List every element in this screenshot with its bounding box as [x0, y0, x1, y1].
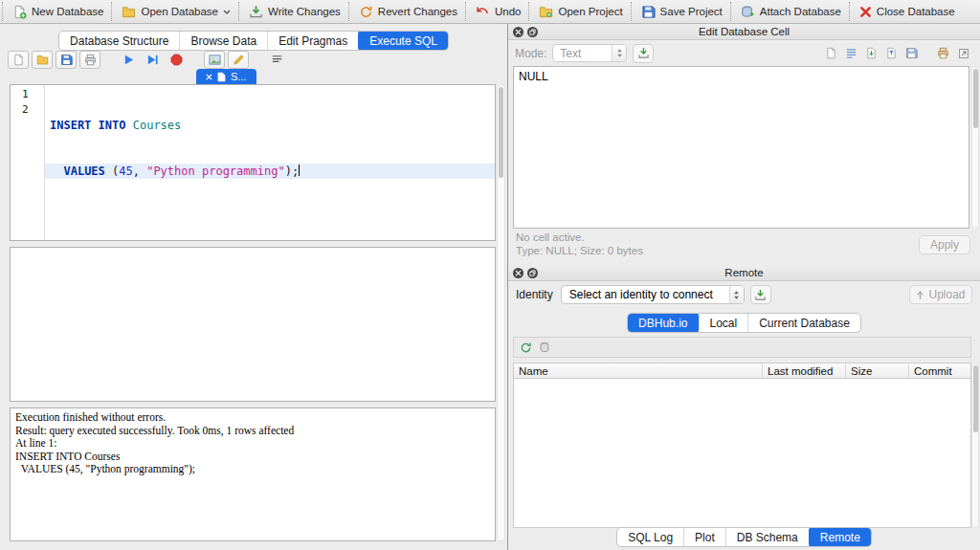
apply-label: Apply	[930, 238, 959, 252]
clone-database-icon[interactable]	[539, 341, 550, 353]
expand-panel-button[interactable]	[953, 44, 973, 62]
stop-execution-button[interactable]	[166, 51, 187, 69]
tab-execute-sql[interactable]: Execute SQL	[358, 31, 449, 51]
tab-remote[interactable]: Remote	[809, 527, 872, 547]
print-sql-button[interactable]	[79, 51, 100, 69]
results-grid	[10, 247, 496, 402]
close-database-button[interactable]: Close Database	[849, 2, 963, 21]
text-lines-icon	[271, 54, 283, 66]
save-project-label: Save Project	[660, 6, 723, 17]
main-toolbar: New Database Open Database Write Changes…	[0, 0, 980, 24]
sql-tab[interactable]: S...	[196, 69, 256, 84]
column-header-last-modified[interactable]: Last modified	[763, 363, 846, 378]
tab-db-schema[interactable]: DB Schema	[726, 528, 810, 546]
file-export-icon	[885, 47, 898, 59]
column-header-commit[interactable]: Commit	[909, 363, 970, 378]
new-database-button[interactable]: New Database	[2, 2, 111, 21]
float-panel-icon[interactable]	[527, 268, 538, 278]
printer-icon	[84, 54, 97, 66]
revert-changes-button[interactable]: Revert Changes	[348, 2, 465, 21]
scrollbar-thumb[interactable]	[499, 87, 503, 178]
remote-table-header: Name Last modified Size Commit	[513, 363, 971, 379]
export-text-button[interactable]	[881, 44, 902, 62]
float-panel-icon[interactable]	[527, 27, 538, 37]
line-number: 1	[11, 87, 44, 102]
column-header-name[interactable]: Name	[514, 363, 763, 378]
close-database-icon	[859, 6, 872, 18]
open-sql-folder-button[interactable]	[32, 51, 53, 69]
open-project-icon	[539, 5, 553, 19]
save-cell-button[interactable]	[902, 44, 922, 62]
editor-scrollbar[interactable]	[497, 84, 505, 541]
tab-current-database[interactable]: Current Database	[748, 314, 860, 332]
log-line: At line 1:	[15, 437, 490, 451]
edit-cell-controls: Mode: Text	[508, 40, 980, 66]
sql-line-1: INSERT INTO Courses	[45, 118, 495, 133]
close-panel-icon[interactable]	[513, 268, 523, 278]
mode-dropdown[interactable]: Text	[552, 44, 627, 62]
open-project-button[interactable]: Open Project	[528, 2, 630, 21]
sql-string: "Python programming"	[146, 165, 285, 178]
tab-sql-log[interactable]: SQL Log	[617, 528, 684, 546]
sql-code-editor[interactable]: 1 2 INSERT INTO Courses VALUES (45, "Pyt…	[10, 84, 496, 241]
edit-cell-titlebar: Edit Database Cell	[508, 24, 980, 40]
remote-window-buttons	[513, 268, 538, 278]
sql-text	[50, 165, 63, 178]
write-changes-button[interactable]: Write Changes	[238, 2, 348, 21]
format-sql-button[interactable]	[266, 51, 287, 69]
column-header-size[interactable]: Size	[846, 363, 909, 378]
close-panel-icon[interactable]	[513, 27, 523, 37]
new-database-label: New Database	[32, 6, 103, 17]
remote-table-scrollbar[interactable]	[971, 363, 979, 528]
insert-image-button[interactable]	[204, 51, 225, 69]
undo-button[interactable]: Undo	[465, 2, 529, 21]
stepper-arrows-icon	[729, 286, 744, 303]
scrollbar-thumb[interactable]	[973, 69, 978, 128]
tab-database-structure[interactable]: Database Structure	[59, 32, 180, 50]
cell-editor-scrollbar[interactable]	[971, 66, 979, 229]
log-line: VALUES (45, "Python programming");	[15, 463, 490, 476]
cell-value-editor[interactable]: NULL	[513, 66, 969, 229]
document-icon	[825, 47, 837, 59]
pencil-icon	[233, 54, 245, 66]
save-icon	[60, 54, 73, 66]
save-project-button[interactable]: Save Project	[631, 2, 730, 21]
attach-database-icon	[741, 5, 755, 19]
refresh-icon[interactable]	[520, 341, 532, 354]
apply-button[interactable]: Apply	[919, 235, 970, 254]
upload-button[interactable]: Upload	[909, 285, 972, 304]
text-view-button[interactable]	[821, 44, 841, 62]
tab-browse-data[interactable]: Browse Data	[180, 32, 268, 50]
tab-edit-pragmas[interactable]: Edit Pragmas	[268, 32, 359, 50]
edit-sql-button[interactable]	[228, 51, 249, 69]
open-sql-file-button[interactable]	[8, 51, 29, 69]
remote-table-body	[513, 379, 971, 528]
sql-code-area[interactable]: INSERT INTO Courses VALUES (45, "Python …	[45, 85, 495, 240]
identity-dropdown[interactable]: Select an identity to connect	[561, 285, 745, 304]
close-tab-icon[interactable]	[206, 74, 212, 80]
play-to-line-icon	[146, 54, 159, 66]
mode-value: Text	[560, 47, 581, 60]
upload-icon	[916, 290, 924, 300]
sql-workspace-panel: Database Structure Browse Data Edit Prag…	[0, 24, 508, 550]
align-view-button[interactable]	[841, 44, 861, 62]
execute-sql-button[interactable]	[118, 51, 139, 69]
tab-local[interactable]: Local	[699, 314, 748, 332]
remote-tab-bar: DBHub.io Local Current Database	[508, 313, 980, 333]
sql-text: (	[105, 165, 119, 178]
manage-identities-button[interactable]	[750, 285, 771, 304]
execute-line-button[interactable]	[142, 51, 163, 69]
image-icon	[209, 54, 221, 66]
attach-database-button[interactable]: Attach Database	[730, 2, 849, 21]
print-cell-button[interactable]	[933, 44, 953, 62]
sql-editor-tabbar: S...	[0, 69, 507, 84]
save-sql-file-button[interactable]	[56, 51, 77, 69]
chevron-down-icon	[223, 10, 231, 14]
import-text-button[interactable]	[861, 44, 881, 62]
import-cell-data-button[interactable]	[633, 44, 654, 63]
tab-plot[interactable]: Plot	[684, 528, 726, 546]
open-database-button[interactable]: Open Database	[111, 2, 238, 21]
tab-dbhub[interactable]: DBHub.io	[627, 313, 700, 333]
write-changes-label: Write Changes	[268, 6, 341, 17]
scrollbar-thumb[interactable]	[973, 365, 978, 432]
